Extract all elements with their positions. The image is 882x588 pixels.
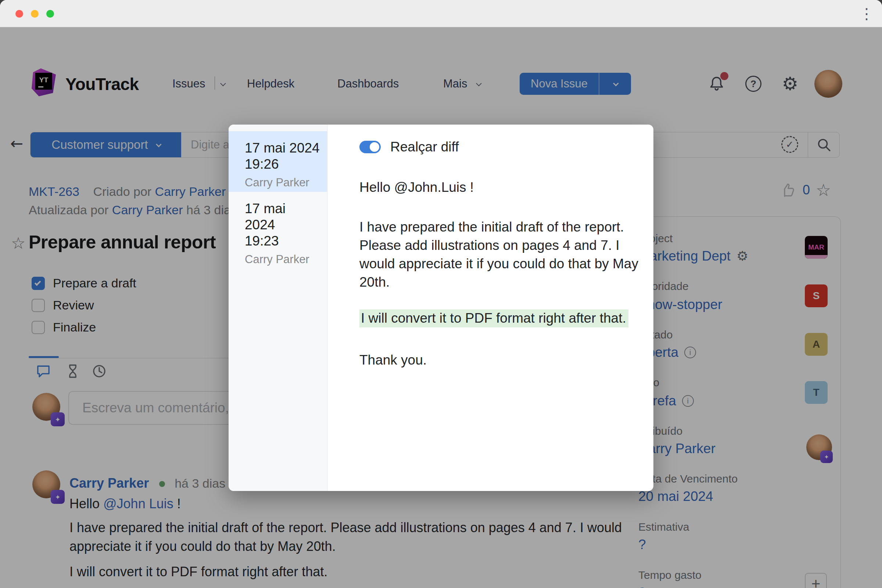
highlight-diff-toggle[interactable] (359, 141, 381, 153)
diff-toggle-row: Realçar diff (359, 141, 639, 153)
version-time: 19:23 (245, 233, 321, 249)
app-window: ⋮ YT YouTrack Issues Helpdesk Dashboards… (0, 0, 882, 588)
preview-added-paragraph: I will convert it to PDF format right af… (359, 308, 639, 328)
preview-closing: Thank you. (359, 352, 639, 368)
version-list: 17 mai 2024 19:26 Carry Parker 17 mai 20… (229, 124, 327, 491)
window-titlebar: ⋮ (0, 0, 882, 27)
version-author: Carry Parker (245, 176, 321, 189)
minimize-window-button[interactable] (31, 10, 39, 18)
toggle-label: Realçar diff (390, 139, 459, 155)
version-date: 17 mai 2024 (245, 140, 321, 156)
version-time: 19:26 (245, 156, 321, 172)
preview-greeting: Hello @John.Luis ! (359, 180, 639, 195)
kebab-menu-icon[interactable]: ⋮ (859, 5, 874, 22)
toggle-knob (370, 142, 379, 152)
close-window-button[interactable] (15, 10, 23, 18)
version-item-selected[interactable]: 17 mai 2024 19:26 Carry Parker (229, 131, 327, 192)
preview-paragraph: I have prepared the initial draft of the… (359, 218, 639, 291)
version-author: Carry Parker (245, 253, 321, 266)
version-preview: Realçar diff Hello @John.Luis ! I have p… (327, 124, 653, 491)
version-date: 17 mai (245, 201, 321, 217)
diff-added-highlight: I will convert it to PDF format right af… (359, 309, 628, 327)
version-item[interactable]: 17 mai 2024 19:23 Carry Parker (229, 192, 327, 266)
version-date: 2024 (245, 217, 321, 233)
comment-history-modal: 17 mai 2024 19:26 Carry Parker 17 mai 20… (229, 124, 653, 491)
zoom-window-button[interactable] (46, 10, 54, 18)
